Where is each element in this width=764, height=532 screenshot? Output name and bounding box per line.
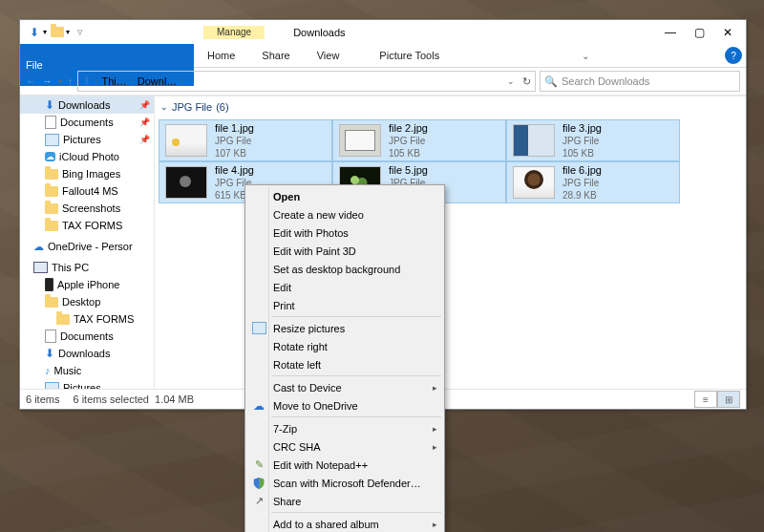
chevron-right-icon: › (96, 76, 98, 86)
group-name: JPG File (172, 101, 212, 113)
sidebar-item-this-pc[interactable]: This PC (20, 259, 154, 276)
help-button[interactable]: ? (725, 47, 742, 64)
nav-back-button[interactable]: ← (26, 75, 36, 87)
menu-edit-photos[interactable]: Edit with Photos (246, 223, 443, 242)
sidebar-item-label: Downloads (58, 99, 110, 111)
content-pane: ⌄ JPG File (6) file 1.jpgJPG File107 KBf… (155, 96, 746, 389)
ribbon-expand-icon[interactable]: ⌄ (582, 51, 589, 61)
folder-icon (45, 169, 58, 180)
maximize-button[interactable]: ▢ (685, 22, 713, 43)
pin-icon: 📌 (139, 117, 150, 127)
file-item[interactable]: file 2.jpgJPG File105 KB (332, 119, 506, 161)
sidebar-item-label: TAX FORMS (74, 313, 134, 325)
tab-view[interactable]: View (304, 44, 353, 67)
sidebar-item-tax-forms-2[interactable]: TAX FORMS (20, 310, 154, 328)
sidebar-item-onedrive[interactable]: ☁OneDrive - Persor (20, 238, 154, 255)
download-indicator-icon: ⬇ (24, 22, 45, 43)
sidebar-item-screenshots[interactable]: Screenshots (20, 200, 154, 217)
tab-home[interactable]: Home (194, 44, 248, 67)
sidebar-item-pictures[interactable]: Pictures📌 (20, 131, 154, 148)
address-bar-row: ← → ▾ ↑ ⬇ › Thi… › Downl… › ⌄ ↻ 🔍 Search… (20, 68, 746, 96)
file-item[interactable]: file 1.jpgJPG File107 KB (159, 119, 332, 161)
search-icon: 🔍 (544, 75, 558, 88)
sidebar-item-label: Fallout4 MS (62, 185, 118, 197)
sidebar-item-downloads-2[interactable]: ⬇Downloads (20, 345, 154, 362)
download-icon: ⬇ (45, 98, 54, 112)
nav-forward-button[interactable]: → (42, 75, 53, 87)
sidebar-item-icloud[interactable]: ☁iCloud Photo (20, 148, 154, 165)
file-item[interactable]: file 3.jpgJPG File105 KB (506, 119, 680, 161)
tab-share[interactable]: Share (248, 44, 303, 67)
menu-7zip[interactable]: 7-Zip▸ (246, 419, 443, 437)
menu-rotate-right[interactable]: Rotate right (246, 337, 443, 355)
menu-create-video[interactable]: Create a new video (246, 205, 443, 223)
file-name: file 1.jpg (215, 122, 254, 135)
sidebar-item-label: Screenshots (62, 202, 120, 214)
view-tiles-button[interactable]: ⊞ (717, 391, 740, 408)
breadcrumb[interactable]: Downl… (138, 75, 178, 87)
file-thumbnail (165, 124, 207, 157)
pin-icon: 📌 (139, 100, 150, 110)
sidebar-item-fallout4[interactable]: Fallout4 MS (20, 182, 154, 200)
menu-cast-to-device[interactable]: Cast to Device▸ (246, 378, 443, 396)
address-bar[interactable]: ⬇ › Thi… › Downl… › ⌄ ↻ (77, 71, 537, 92)
qat-customize[interactable]: ▿ (70, 22, 91, 43)
menu-edit-paint3d[interactable]: Edit with Paint 3D (246, 242, 443, 260)
shield-icon (251, 476, 266, 491)
view-details-button[interactable]: ≡ (694, 391, 717, 408)
sidebar-item-music[interactable]: ♪Music (20, 362, 154, 379)
document-icon (45, 330, 56, 343)
file-type: JPG File (215, 135, 254, 147)
nav-up-button[interactable]: ↑ (68, 75, 74, 87)
file-name: file 6.jpg (562, 164, 602, 177)
address-dropdown[interactable]: ⌄ (507, 76, 515, 86)
menu-crc-sha[interactable]: CRC SHA▸ (246, 437, 443, 456)
minimize-button[interactable]: — (656, 22, 685, 43)
music-icon: ♪ (45, 365, 51, 376)
tab-picture-tools[interactable]: Picture Tools (366, 44, 453, 67)
menu-shared-album[interactable]: Add to a shared album▸ (246, 515, 443, 532)
menu-move-to-onedrive[interactable]: ☁Move to OneDrive (246, 396, 443, 415)
download-icon: ⬇ (45, 347, 54, 360)
menu-open[interactable]: Open (246, 187, 443, 205)
menu-resize-pictures[interactable]: Resize pictures (246, 319, 443, 337)
sidebar-item-downloads[interactable]: ⬇Downloads📌 (20, 96, 154, 114)
notepad-icon: ✎ (251, 458, 266, 473)
chevron-right-icon: › (131, 76, 134, 86)
menu-defender-scan[interactable]: Scan with Microsoft Defender… (246, 474, 443, 492)
file-name: file 2.jpg (389, 122, 428, 135)
close-button[interactable]: ✕ (713, 22, 742, 43)
pc-icon (33, 262, 48, 273)
group-header[interactable]: ⌄ JPG File (6) (155, 96, 746, 117)
share-icon: ↗ (251, 494, 266, 509)
breadcrumb[interactable]: Thi… (102, 75, 127, 87)
menu-rotate-left[interactable]: Rotate left (246, 355, 443, 373)
sidebar-item-label: Desktop (62, 296, 100, 308)
sidebar-item-bing-images[interactable]: Bing Images (20, 165, 154, 182)
navigation-pane: ⬇Downloads📌 Documents📌 Pictures📌 ☁iCloud… (20, 96, 155, 389)
group-count: (6) (216, 101, 228, 113)
file-name: file 5.jpg (389, 164, 428, 177)
address-location-icon: ⬇ (82, 74, 92, 88)
sidebar-item-label: Pictures (63, 134, 101, 145)
search-box[interactable]: 🔍 Search Downloads (540, 71, 740, 92)
sidebar-item-iphone[interactable]: Apple iPhone (20, 276, 154, 293)
menu-share[interactable]: ↗Share (246, 492, 443, 510)
refresh-button[interactable]: ↻ (522, 75, 531, 88)
folder-icon (45, 186, 58, 197)
file-type: JPG File (389, 135, 428, 147)
submenu-arrow-icon: ▸ (433, 383, 437, 393)
file-item[interactable]: file 6.jpgJPG File28.9 KB (506, 161, 680, 203)
sidebar-item-tax-forms[interactable]: TAX FORMS (20, 217, 154, 234)
menu-set-background[interactable]: Set as desktop background (246, 260, 443, 278)
sidebar-item-desktop[interactable]: Desktop (20, 293, 154, 310)
pin-icon: 📌 (139, 135, 150, 144)
sidebar-item-pictures-2[interactable]: Pictures (20, 379, 154, 389)
menu-edit[interactable]: Edit (246, 278, 443, 296)
onedrive-icon: ☁ (33, 241, 44, 253)
sidebar-item-documents[interactable]: Documents📌 (20, 114, 154, 131)
nav-history-dropdown[interactable]: ▾ (58, 77, 62, 86)
sidebar-item-documents-2[interactable]: Documents (20, 328, 154, 345)
menu-print[interactable]: Print (246, 296, 443, 314)
menu-notepad-pp[interactable]: ✎Edit with Notepad++ (246, 456, 443, 474)
